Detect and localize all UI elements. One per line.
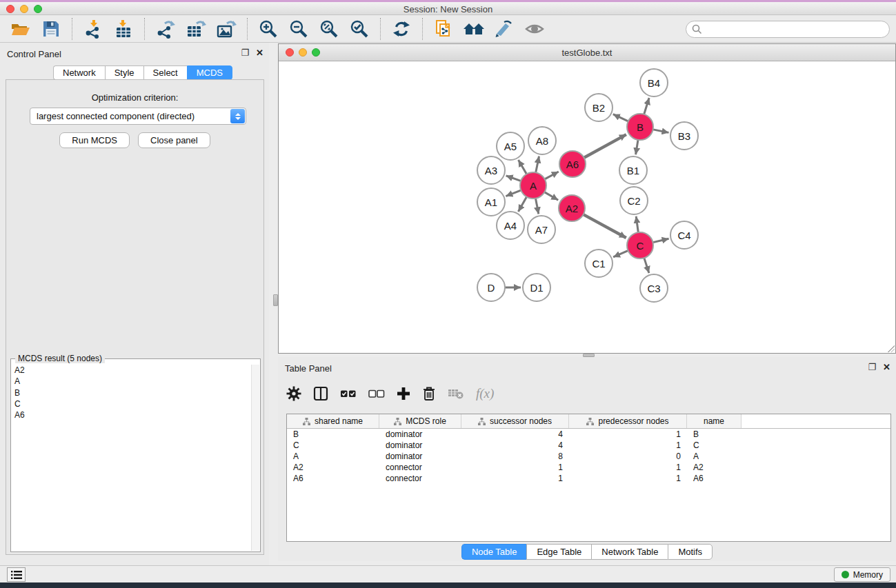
table-cell[interactable]: connector <box>379 463 461 472</box>
graph-node-C3[interactable]: C3 <box>640 274 668 302</box>
table-cell[interactable]: A <box>687 452 741 461</box>
tab-mcds[interactable]: MCDS <box>187 65 232 80</box>
float-panel-icon[interactable]: ❐ <box>241 48 249 57</box>
export-image-icon[interactable] <box>215 18 238 40</box>
graph-edge-A-A3[interactable] <box>506 176 522 181</box>
function-builder-icon[interactable]: f(x) <box>476 386 494 401</box>
table-cell[interactable]: 8 <box>461 452 569 461</box>
import-network-icon[interactable] <box>81 18 105 40</box>
graph-edge-C-C4[interactable] <box>653 239 669 243</box>
table-cell[interactable]: 1 <box>569 463 687 472</box>
result-item[interactable]: A <box>14 376 251 387</box>
table-cell[interactable]: A6 <box>687 474 741 483</box>
tab-network-table[interactable]: Network Table <box>591 544 668 560</box>
network-graph[interactable]: AA1A2A3A4A5A6A7A8BB1B2B3B4CC1C2C3C4DD1 <box>279 61 895 353</box>
table-cell[interactable]: 1 <box>569 440 687 450</box>
table-cell[interactable]: B <box>687 429 741 439</box>
home-layout-icon[interactable] <box>462 18 486 40</box>
close-panel-icon[interactable]: ✕ <box>256 48 263 57</box>
table-cell[interactable]: A <box>287 452 379 461</box>
graph-node-A1[interactable]: A1 <box>477 188 505 216</box>
table-cell[interactable]: connector <box>379 474 461 483</box>
table-row[interactable]: A6connector11A6 <box>287 473 890 484</box>
graph-node-A6[interactable]: A6 <box>559 151 586 177</box>
table-row[interactable]: A2connector11A2 <box>287 462 890 473</box>
tab-network[interactable]: Network <box>53 65 105 80</box>
column-header-successor-nodes[interactable]: successor nodes <box>461 414 569 428</box>
result-scrollbar[interactable] <box>251 365 259 551</box>
graph-edge-C-C2[interactable] <box>636 216 638 233</box>
clone-network-icon[interactable] <box>432 18 455 40</box>
result-item[interactable]: A6 <box>14 409 251 420</box>
column-header-shared-name[interactable]: shared name <box>287 414 379 428</box>
table-cell[interactable]: A2 <box>287 463 379 472</box>
result-item[interactable]: B <box>14 387 251 398</box>
column-header-name[interactable]: name <box>687 414 741 428</box>
table-settings-gear-icon[interactable] <box>286 386 301 401</box>
export-network-icon[interactable] <box>154 18 177 40</box>
table-cell[interactable]: B <box>287 429 379 439</box>
criterion-select[interactable]: largest connected component (directed) <box>30 108 246 125</box>
table-cell[interactable]: 1 <box>569 474 687 483</box>
zoom-fit-icon[interactable] <box>317 18 341 40</box>
graph-node-A7[interactable]: A7 <box>528 216 555 243</box>
table-cell[interactable]: 4 <box>461 440 569 450</box>
zoom-out-icon[interactable] <box>287 18 310 40</box>
memory-button[interactable]: Memory <box>834 567 890 582</box>
graph-edge-B-B1[interactable] <box>636 139 639 155</box>
table-cell[interactable]: A6 <box>287 474 379 483</box>
graph-node-B[interactable]: B <box>627 114 653 140</box>
annotation-mode-icon[interactable] <box>492 18 516 40</box>
table-row[interactable]: Bdominator41B <box>287 429 890 440</box>
close-table-panel-icon[interactable]: ✕ <box>883 363 890 372</box>
graph-edge-A-A1[interactable] <box>506 190 521 196</box>
deselect-all-rows-icon[interactable] <box>368 389 385 398</box>
table-cell[interactable]: dominator <box>379 452 461 461</box>
zoom-in-icon[interactable] <box>257 18 280 40</box>
close-panel-button[interactable]: Close panel <box>138 132 210 148</box>
tab-motifs[interactable]: Motifs <box>668 544 713 560</box>
table-row[interactable]: Adominator80A <box>287 451 890 462</box>
graph-node-D1[interactable]: D1 <box>523 274 550 301</box>
graph-edge-A2-C[interactable] <box>583 214 626 238</box>
graph-node-A4[interactable]: A4 <box>497 212 524 239</box>
result-item[interactable]: C <box>14 398 251 409</box>
zoom-selected-icon[interactable] <box>348 18 371 40</box>
refresh-icon[interactable] <box>390 18 413 40</box>
graph-edge-C-C3[interactable] <box>644 257 649 273</box>
graph-edge-A-A4[interactable] <box>518 196 527 212</box>
table-cell[interactable]: 1 <box>461 463 569 472</box>
graph-edge-B-B4[interactable] <box>644 98 649 115</box>
show-hide-icon[interactable] <box>523 18 546 40</box>
graph-edge-A-A7[interactable] <box>535 198 539 214</box>
graph-node-C2[interactable]: C2 <box>620 187 648 214</box>
graph-node-A2[interactable]: A2 <box>559 195 585 221</box>
graph-edge-B-B3[interactable] <box>653 130 669 133</box>
table-cell[interactable]: C <box>687 440 741 450</box>
node-table[interactable]: shared name MCDS role successor nodes pr… <box>286 414 891 542</box>
delete-column-trash-icon[interactable] <box>422 386 436 401</box>
table-cell[interactable]: 1 <box>461 474 569 483</box>
graph-edge-A-A5[interactable] <box>519 160 528 175</box>
export-table-icon[interactable] <box>184 18 208 40</box>
table-cell[interactable]: 4 <box>461 429 569 439</box>
show-columns-icon[interactable] <box>313 386 328 401</box>
graph-node-C1[interactable]: C1 <box>585 250 613 277</box>
graph-edge-A-A8[interactable] <box>536 156 539 174</box>
save-session-icon[interactable] <box>39 18 63 40</box>
network-canvas[interactable]: AA1A2A3A4A5A6A7A8BB1B2B3B4CC1C2C3C4DD1 <box>279 61 895 353</box>
graph-node-A3[interactable]: A3 <box>477 156 505 184</box>
graph-node-A5[interactable]: A5 <box>497 132 524 160</box>
mcds-result-list[interactable]: A2ABCA6 <box>12 365 251 551</box>
column-header-mcds-role[interactable]: MCDS role <box>379 414 461 428</box>
table-cell[interactable]: dominator <box>379 440 461 450</box>
graph-edge-B-B2[interactable] <box>613 114 629 122</box>
graph-node-B3[interactable]: B3 <box>670 122 698 150</box>
graph-node-A[interactable]: A <box>520 172 546 199</box>
graph-node-C4[interactable]: C4 <box>670 221 698 249</box>
tab-select[interactable]: Select <box>143 65 187 80</box>
select-all-rows-icon[interactable] <box>340 389 357 398</box>
graph-node-B4[interactable]: B4 <box>640 69 668 97</box>
table-cell[interactable]: 0 <box>569 452 687 461</box>
table-row[interactable]: Cdominator41C <box>287 440 890 451</box>
